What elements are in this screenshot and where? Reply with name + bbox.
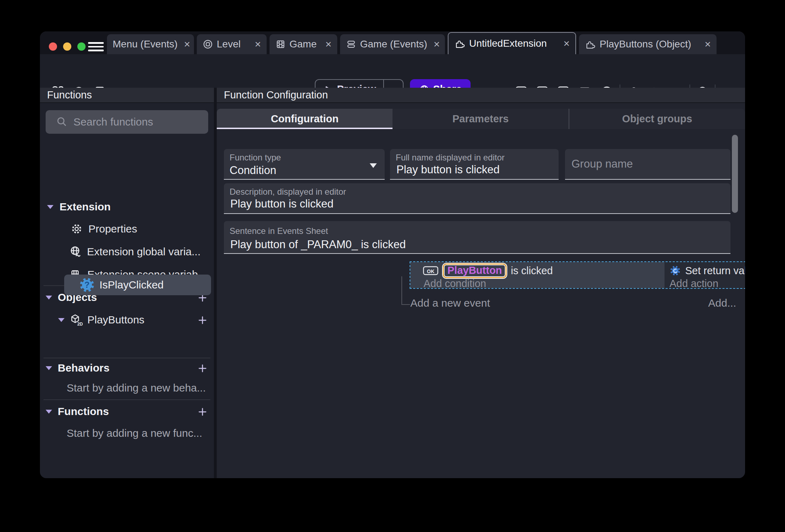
tab-label: UntitledExtension xyxy=(469,38,547,49)
collapse-triangle-icon[interactable] xyxy=(46,296,52,300)
functions-sidebar: Functions Extension Properties xyxy=(40,88,214,478)
close-window-button[interactable] xyxy=(49,42,57,51)
film-icon xyxy=(275,39,286,50)
action-text: Set return value of the condition to xyxy=(685,265,745,277)
function-type-select[interactable]: Function type Condition xyxy=(224,149,385,180)
minimize-window-button[interactable] xyxy=(63,42,71,51)
condition-cell[interactable]: OK PlayButton is clicked Add condition xyxy=(410,262,665,288)
tab-menu-events[interactable]: Menu (Events) × xyxy=(107,34,194,54)
sidebar-title: Functions xyxy=(47,89,92,101)
tab-game[interactable]: Game × xyxy=(270,34,337,54)
sidebar-item-playbuttons[interactable]: 2D PlayButtons xyxy=(40,312,214,328)
description-field: Description, displayed in editor xyxy=(224,183,730,214)
field-value: Condition xyxy=(230,164,276,177)
behaviors-empty-hint: Start by adding a new beha... xyxy=(40,381,214,395)
event-tree-connector xyxy=(401,304,410,305)
sidebar-section-behaviors[interactable]: Behaviors xyxy=(40,360,214,376)
tab-configuration[interactable]: Configuration xyxy=(217,109,392,129)
condition-object-chip[interactable]: PlayButton xyxy=(443,264,507,278)
search-functions-box xyxy=(46,110,208,134)
toolbar: Preview Share xyxy=(40,54,745,88)
globe-variables-icon xyxy=(69,245,82,258)
full-name-field: Full name displayed in editor xyxy=(390,149,559,180)
close-tab-icon[interactable]: × xyxy=(431,39,440,50)
add-behavior-icon[interactable] xyxy=(197,363,208,374)
tab-bar: Menu (Events) × Level × Game × xyxy=(40,31,745,54)
section-label: Functions xyxy=(58,405,109,418)
action-gear-icon xyxy=(669,265,681,276)
gear-icon xyxy=(71,223,83,235)
add-object-function-icon[interactable] xyxy=(197,315,208,326)
item-label: Extension global varia... xyxy=(87,246,201,258)
tab-label: Game xyxy=(289,39,317,50)
sidebar-item-isplayclicked-selected[interactable]: ? IsPlayClicked xyxy=(64,275,211,295)
sidebar-section-extension[interactable]: Extension xyxy=(40,200,214,214)
object-2d-cube-icon: 2D xyxy=(69,313,83,327)
tab-label: Level xyxy=(217,39,241,50)
main-header: Function Configuration xyxy=(217,88,745,103)
tab-label: Game (Events) xyxy=(360,39,427,50)
add-more-button[interactable]: Add... xyxy=(708,297,736,309)
app-window: Menu (Events) × Level × Game × xyxy=(40,31,745,478)
tab-game-events[interactable]: Game (Events) × xyxy=(340,34,445,54)
sidebar-divider xyxy=(43,399,210,400)
close-tab-icon[interactable]: × xyxy=(181,39,190,50)
extension-puzzle-icon xyxy=(585,39,596,50)
add-condition-button[interactable]: Add condition xyxy=(424,278,486,290)
condition-function-icon: ? xyxy=(79,277,94,292)
dropdown-caret-icon xyxy=(370,163,377,168)
tab-object-groups[interactable]: Object groups xyxy=(569,109,745,129)
add-new-event-button[interactable]: Add a new event xyxy=(410,297,490,309)
tab-untitled-extension[interactable]: UntitledExtension × xyxy=(448,32,576,54)
field-label: Sentence in Events Sheet xyxy=(230,226,328,236)
zoom-window-button[interactable] xyxy=(77,42,86,51)
sidebar-divider xyxy=(43,358,210,358)
events-sheet-icon xyxy=(346,39,356,50)
menu-icon[interactable] xyxy=(88,42,104,51)
ok-badge-label: OK xyxy=(427,268,435,274)
tab-playbuttons-object[interactable]: PlayButtons (Object) × xyxy=(579,34,717,54)
search-functions-input[interactable] xyxy=(73,110,205,134)
function-configuration-panel: Function Configuration Configuration Par… xyxy=(217,88,745,478)
close-tab-icon[interactable]: × xyxy=(252,39,261,50)
field-label: Full name displayed in editor xyxy=(396,153,505,163)
item-label: Properties xyxy=(88,223,137,235)
close-tab-icon[interactable]: × xyxy=(702,39,711,50)
group-name-field xyxy=(565,149,730,180)
section-label: Extension xyxy=(60,201,111,213)
sidebar-section-functions[interactable]: Functions xyxy=(40,404,214,419)
collapse-triangle-icon[interactable] xyxy=(58,318,65,322)
field-label: Function type xyxy=(230,153,281,163)
ok-button-icon: OK xyxy=(423,266,438,276)
tab-parameters[interactable]: Parameters xyxy=(392,109,568,129)
extension-puzzle-icon xyxy=(454,38,466,49)
collapse-triangle-icon[interactable] xyxy=(46,410,52,414)
close-tab-icon[interactable]: × xyxy=(322,39,332,50)
sidebar-item-properties[interactable]: Properties xyxy=(40,221,214,237)
group-name-input[interactable] xyxy=(571,157,720,171)
sentence-field: Sentence in Events Sheet xyxy=(224,221,730,254)
collapse-triangle-icon[interactable] xyxy=(47,205,53,209)
section-label: Behaviors xyxy=(58,362,109,374)
close-tab-icon[interactable]: × xyxy=(560,38,570,49)
event-row-selected[interactable]: OK PlayButton is clicked Add condition xyxy=(410,261,745,289)
vertical-scrollbar[interactable] xyxy=(732,135,738,213)
add-action-button[interactable]: Add action xyxy=(669,278,718,290)
tab-label: Menu (Events) xyxy=(113,39,178,50)
action-cell[interactable]: Set return value of the condition to tru… xyxy=(665,262,745,288)
desktop-background: Menu (Events) × Level × Game × xyxy=(0,0,785,532)
sidebar-item-global-variables[interactable]: Extension global varia... xyxy=(40,244,214,260)
question-glyph: ? xyxy=(84,280,89,290)
sentence-input[interactable] xyxy=(230,237,686,252)
condition-text: is clicked xyxy=(511,265,553,277)
full-name-input[interactable] xyxy=(396,163,548,177)
functions-empty-hint: Start by adding a new func... xyxy=(40,426,214,440)
item-label: IsPlayClicked xyxy=(99,279,164,291)
tab-level[interactable]: Level × xyxy=(197,34,267,54)
item-label: PlayButtons xyxy=(87,314,144,326)
description-input[interactable] xyxy=(230,197,686,211)
collapse-triangle-icon[interactable] xyxy=(46,366,52,370)
search-icon xyxy=(56,116,68,128)
add-function-icon[interactable] xyxy=(197,406,208,417)
event-tree-connector xyxy=(401,276,402,305)
